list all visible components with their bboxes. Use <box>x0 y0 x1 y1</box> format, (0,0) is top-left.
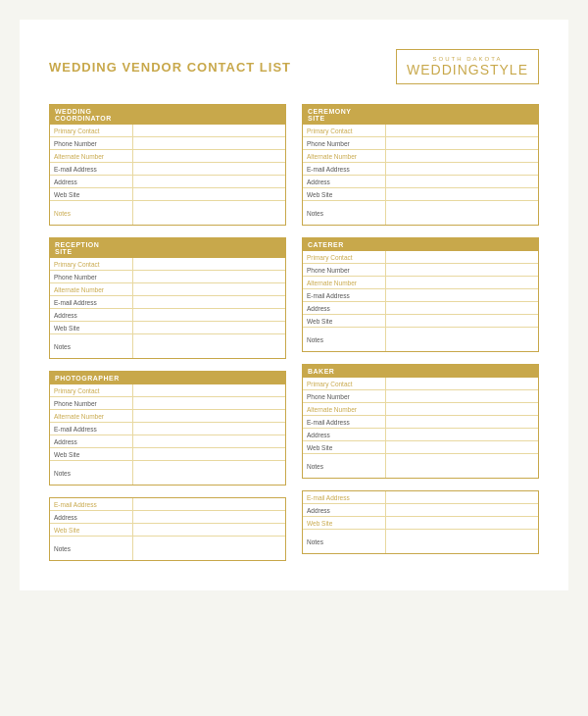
field-value <box>133 283 285 295</box>
field-row: Alternate Number <box>50 410 285 423</box>
field-value <box>133 296 285 308</box>
field-label: Web Site <box>303 517 386 529</box>
logo-bold: WEDDING <box>407 62 480 77</box>
field-row: Web Site <box>303 315 538 328</box>
photographer-header: PHOTOGRAPHER <box>50 372 285 384</box>
field-label: Primary Contact <box>50 258 133 270</box>
field-label: Phone Number <box>303 137 386 149</box>
field-label-address: Address <box>50 176 133 187</box>
field-label: E-mail Address <box>50 296 133 308</box>
left-column: WEDDINGCOORDINATOR Primary Contact Phone… <box>49 104 286 561</box>
field-label: Primary Contact <box>303 378 386 389</box>
field-row: E-mail Address <box>303 416 538 429</box>
field-row: Notes <box>50 461 285 485</box>
reception-site-title: RECEPTIONSITE <box>55 241 280 255</box>
field-value <box>133 201 285 225</box>
field-row: Web Site <box>303 441 538 454</box>
field-label-primary-contact: Primary Contact <box>50 125 133 136</box>
field-label: Notes <box>50 334 133 358</box>
field-value <box>386 491 538 503</box>
field-value <box>133 537 285 560</box>
field-label: Address <box>303 504 386 516</box>
field-label: Notes <box>50 461 133 485</box>
logo: SOUTH DAKOTA WEDDINGSTYLE <box>396 49 539 84</box>
field-value <box>386 378 538 389</box>
field-row: Address <box>303 302 538 315</box>
field-label: Phone Number <box>50 271 133 282</box>
field-label-phone: Phone Number <box>50 137 133 149</box>
field-row: Address <box>303 504 538 517</box>
field-label: Phone Number <box>303 390 386 402</box>
field-value <box>133 461 285 485</box>
caterer-header: CATERER <box>303 238 538 251</box>
field-row: E-mail Address <box>50 498 285 511</box>
field-row: Notes <box>303 454 538 478</box>
field-label: Web Site <box>50 448 133 460</box>
baker-header: BAKER <box>303 365 538 378</box>
field-value <box>386 277 538 288</box>
field-value <box>386 137 538 149</box>
field-row: Address <box>50 176 285 188</box>
field-row: E-mail Address <box>303 491 538 504</box>
field-value <box>133 188 285 200</box>
reception-site-section: RECEPTIONSITE Primary Contact Phone Numb… <box>49 237 286 359</box>
field-row: E-mail Address <box>50 296 285 309</box>
field-value <box>386 251 538 263</box>
field-value <box>386 163 538 175</box>
field-value <box>386 390 538 402</box>
field-value <box>133 150 285 162</box>
field-row: Phone Number <box>50 271 285 283</box>
field-label: Primary Contact <box>50 384 133 396</box>
field-label: Alternate Number <box>303 277 386 288</box>
field-label-notes: Notes <box>50 201 133 225</box>
field-value <box>386 289 538 301</box>
field-value <box>386 504 538 516</box>
field-label: Notes <box>303 201 386 225</box>
field-value <box>386 530 538 553</box>
extra-right-section: E-mail Address Address Web Site Notes <box>302 490 539 554</box>
field-value <box>386 454 538 478</box>
baker-section: BAKER Primary Contact Phone Number Alter… <box>302 364 539 479</box>
field-row: Address <box>50 511 285 524</box>
field-value <box>386 416 538 428</box>
field-label: Notes <box>303 530 386 553</box>
field-row: Notes <box>303 530 538 553</box>
field-value <box>133 176 285 187</box>
field-row: Primary Contact <box>50 125 285 137</box>
field-row: Phone Number <box>303 264 538 277</box>
photographer-title: PHOTOGRAPHER <box>55 375 280 382</box>
baker-title: BAKER <box>308 368 533 375</box>
field-row: Phone Number <box>303 390 538 403</box>
field-label: Address <box>50 309 133 321</box>
field-row: Alternate Number <box>50 150 285 163</box>
field-value <box>386 429 538 440</box>
field-value <box>386 315 538 327</box>
field-row: Address <box>303 429 538 441</box>
field-label: Phone Number <box>50 397 133 409</box>
extra-left-section: E-mail Address Address Web Site Notes <box>49 497 286 561</box>
field-row: Address <box>303 176 538 188</box>
field-row: E-mail Address <box>50 423 285 435</box>
field-value <box>133 125 285 136</box>
field-label: Alternate Number <box>50 410 133 422</box>
right-column: CEREMONYSITE Primary Contact Phone Numbe… <box>302 104 539 561</box>
field-label: E-mail Address <box>303 289 386 301</box>
field-value <box>386 188 538 200</box>
photographer-section: PHOTOGRAPHER Primary Contact Phone Numbe… <box>49 371 286 486</box>
field-row: Alternate Number <box>303 403 538 416</box>
field-row: Web Site <box>50 448 285 461</box>
field-row: Address <box>50 435 285 448</box>
field-label: E-mail Address <box>50 498 133 510</box>
field-label: Notes <box>50 537 133 560</box>
field-value <box>133 258 285 270</box>
caterer-section: CATERER Primary Contact Phone Number Alt… <box>302 237 539 352</box>
ceremony-site-section: CEREMONYSITE Primary Contact Phone Numbe… <box>302 104 539 226</box>
main-content: WEDDINGCOORDINATOR Primary Contact Phone… <box>49 104 539 561</box>
field-label: Address <box>50 435 133 447</box>
field-value <box>133 423 285 435</box>
field-row: Phone Number <box>303 137 538 150</box>
field-row: Address <box>50 309 285 322</box>
field-label: E-mail Address <box>303 416 386 428</box>
field-value <box>133 435 285 447</box>
field-value <box>133 334 285 358</box>
